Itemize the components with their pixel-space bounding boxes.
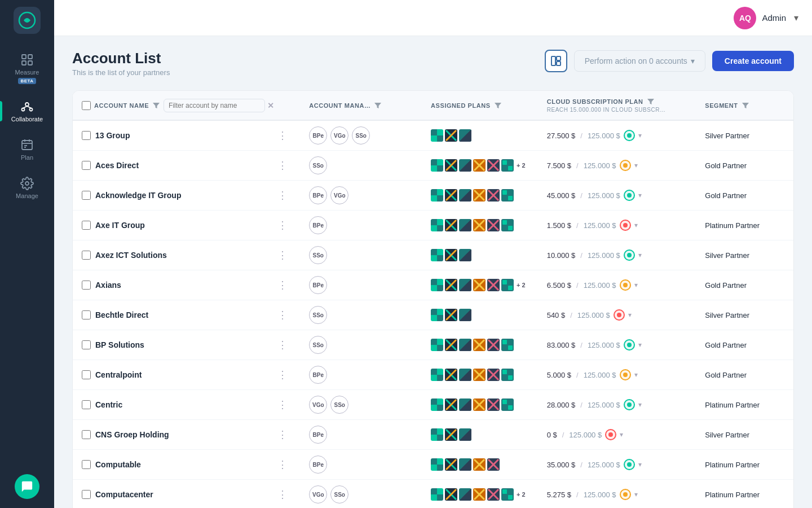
row-checkbox[interactable]	[82, 251, 91, 260]
account-name-cell: Axez ICT Solutions ⋮	[73, 240, 300, 270]
manager-filter-icon[interactable]	[374, 102, 382, 110]
row-checkbox[interactable]	[82, 340, 91, 349]
status-chevron-icon[interactable]: ▾	[638, 401, 642, 409]
status-chevron-icon[interactable]: ▾	[634, 221, 638, 229]
filter-clear-icon[interactable]: ✕	[267, 101, 275, 110]
plans-filter-icon[interactable]	[494, 102, 502, 110]
status-indicator[interactable]	[620, 220, 631, 231]
row-menu-button[interactable]: ⋮	[274, 308, 291, 322]
row-menu-button[interactable]: ⋮	[274, 218, 291, 233]
account-name-cell: Centralpoint ⋮	[73, 360, 300, 390]
sidebar-item-manage[interactable]: Manage	[5, 171, 50, 205]
cloud-cell: 10.000 $ / 125.000 $ ▾	[538, 240, 696, 270]
row-checkbox[interactable]	[82, 131, 91, 140]
account-name-filter-input[interactable]	[164, 99, 265, 112]
action-chevron-icon: ▾	[691, 56, 695, 65]
cloud-target: 125.000 $	[588, 341, 620, 349]
status-indicator[interactable]	[624, 339, 635, 351]
row-menu-button[interactable]: ⋮	[274, 487, 291, 502]
row-checkbox[interactable]	[82, 430, 91, 439]
select-all-checkbox[interactable]	[82, 101, 91, 110]
status-chevron-icon[interactable]: ▾	[628, 311, 632, 319]
user-menu[interactable]: AQ Admin ▾	[734, 7, 798, 29]
layout-toggle-button[interactable]	[545, 50, 567, 72]
status-chevron-icon[interactable]: ▾	[638, 251, 642, 259]
plan-icon	[459, 159, 471, 172]
row-menu-button[interactable]: ⋮	[274, 248, 291, 262]
row-checkbox[interactable]	[82, 161, 91, 170]
svg-rect-158	[431, 405, 437, 411]
cloud-target: 125.000 $	[577, 311, 610, 319]
row-menu-button[interactable]: ⋮	[274, 128, 291, 143]
svg-rect-4	[28, 61, 32, 65]
table-row: Acknowledge IT Group ⋮ BPeVGo 45.000 $ /…	[73, 181, 793, 211]
row-menu-button[interactable]: ⋮	[274, 457, 291, 472]
status-indicator[interactable]	[624, 190, 635, 201]
row-checkbox[interactable]	[82, 221, 91, 230]
sidebar-item-plan[interactable]: Plan	[5, 133, 50, 167]
status-indicator[interactable]	[624, 459, 635, 470]
sidebar-item-collaborate[interactable]: Collaborate	[5, 94, 50, 128]
plan-icon	[431, 339, 443, 351]
row-checkbox[interactable]	[82, 400, 91, 409]
status-indicator[interactable]	[624, 249, 635, 261]
status-chevron-icon[interactable]: ▾	[638, 461, 642, 468]
cloud-filter-icon[interactable]	[647, 98, 655, 106]
segment-value: Silver Partner	[705, 431, 749, 439]
segment-value: Silver Partner	[705, 311, 749, 319]
row-menu-button[interactable]: ⋮	[274, 397, 291, 412]
status-chevron-icon[interactable]: ▾	[638, 191, 642, 199]
svg-rect-21	[437, 135, 443, 142]
row-checkbox[interactable]	[82, 460, 91, 469]
row-menu-button[interactable]: ⋮	[274, 278, 291, 292]
row-checkbox[interactable]	[82, 370, 91, 379]
account-filter-icon[interactable]	[152, 102, 160, 110]
row-checkbox[interactable]	[82, 310, 91, 319]
svg-rect-136	[508, 345, 513, 350]
row-menu-button[interactable]: ⋮	[274, 188, 291, 203]
status-indicator[interactable]	[624, 130, 635, 141]
svg-rect-83	[431, 249, 437, 255]
measure-label: Measure	[15, 69, 39, 76]
cloud-amount: 540 $	[547, 311, 566, 319]
status-indicator[interactable]	[614, 309, 625, 321]
status-indicator[interactable]	[620, 489, 631, 500]
status-chevron-icon[interactable]: ▾	[634, 161, 638, 169]
col-manager-label: ACCOUNT MANA…	[309, 102, 370, 109]
manager-badge: SSo	[352, 126, 370, 144]
status-indicator[interactable]	[620, 279, 631, 291]
perform-action-button[interactable]: Perform action on 0 accounts ▾	[574, 50, 705, 72]
status-chevron-icon[interactable]: ▾	[638, 132, 642, 139]
status-indicator[interactable]	[620, 160, 631, 171]
svg-rect-135	[502, 340, 507, 344]
manager-cell: BPeVGoSSo	[300, 120, 422, 151]
plan-label: Plan	[21, 154, 33, 161]
status-indicator[interactable]	[620, 369, 631, 380]
create-account-button[interactable]: Create account	[712, 51, 794, 71]
row-checkbox[interactable]	[82, 281, 91, 290]
logo[interactable]	[14, 7, 41, 34]
row-menu-button[interactable]: ⋮	[274, 367, 291, 382]
segment-value: Gold Partner	[705, 371, 747, 379]
account-name: Axez ICT Solutions	[95, 251, 167, 260]
chat-button[interactable]	[15, 474, 39, 499]
segment-cell: Gold Partner	[696, 181, 793, 211]
status-chevron-icon[interactable]: ▾	[634, 281, 638, 289]
status-chevron-icon[interactable]: ▾	[638, 341, 642, 349]
sidebar-item-measure[interactable]: Measure BETA	[5, 47, 50, 90]
plan-icon	[487, 189, 500, 202]
status-chevron-icon[interactable]: ▾	[634, 371, 638, 379]
status-chevron-icon[interactable]: ▾	[634, 491, 638, 498]
svg-rect-109	[508, 286, 513, 290]
row-menu-button[interactable]: ⋮	[274, 338, 291, 352]
status-indicator[interactable]	[624, 399, 635, 410]
row-checkbox[interactable]	[82, 490, 91, 499]
segment-filter-icon[interactable]	[742, 102, 749, 110]
row-menu-button[interactable]: ⋮	[274, 158, 291, 173]
account-name: 13 Group	[95, 131, 130, 140]
row-checkbox[interactable]	[82, 191, 91, 200]
status-indicator[interactable]	[605, 429, 616, 440]
cloud-amount: 45.000 $	[547, 191, 576, 200]
status-chevron-icon[interactable]: ▾	[620, 431, 623, 439]
row-menu-button[interactable]: ⋮	[274, 427, 291, 442]
